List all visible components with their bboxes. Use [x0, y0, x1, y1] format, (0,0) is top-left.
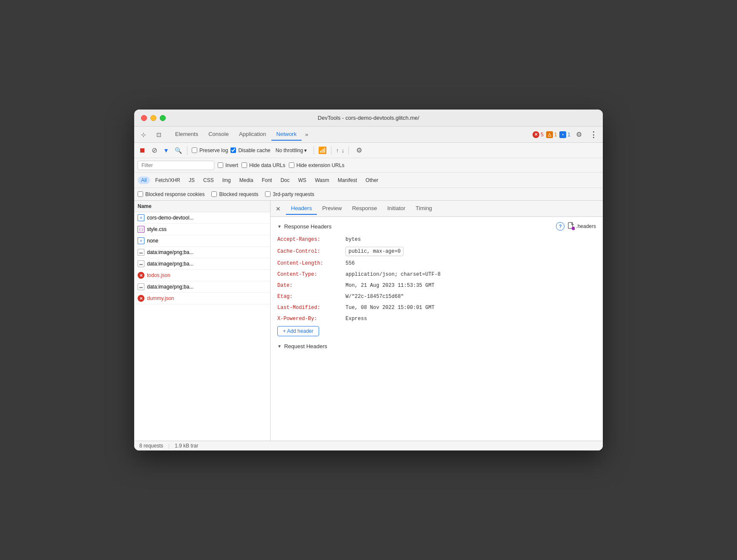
header-value-boxed: public, max-age=0: [345, 247, 403, 256]
stop-recording-icon[interactable]: ⏹: [138, 146, 147, 155]
filter-type-wasm[interactable]: Wasm: [311, 176, 333, 184]
filter-row: Invert Hide data URLs Hide extension URL…: [134, 158, 603, 173]
export-har-icon[interactable]: ↓: [341, 147, 344, 154]
list-item[interactable]: ≡ cors-demo-devtool...: [134, 212, 270, 224]
tab-network[interactable]: Network: [271, 128, 302, 141]
traffic-lights: [141, 115, 166, 121]
detail-tab-headers[interactable]: Headers: [286, 202, 317, 215]
close-detail-icon[interactable]: ✕: [274, 205, 282, 213]
invert-checkbox[interactable]: Invert: [218, 162, 238, 168]
request-list: Name ≡ cors-demo-devtool... { } style.cs…: [134, 201, 271, 441]
invert-input[interactable]: [218, 162, 223, 168]
third-party-requests-input[interactable]: [265, 191, 271, 197]
response-headers-toggle[interactable]: ▼ Response Headers: [277, 223, 331, 230]
list-item[interactable]: ▬ data:image/png;ba...: [134, 247, 270, 258]
filter-type-all[interactable]: All: [138, 176, 150, 184]
detail-tabs: ✕ Headers Preview Response Initiator Tim…: [271, 201, 603, 217]
filter-icon[interactable]: ▼: [161, 146, 171, 155]
disable-cache-checkbox[interactable]: Disable cache: [230, 147, 270, 153]
window-title: DevTools - cors-demo-devtools.glitch.me/: [318, 115, 419, 121]
list-item[interactable]: ✕ dummy.json: [134, 293, 270, 304]
third-party-requests-label: 3rd-party requests: [273, 191, 314, 197]
request-name: none: [147, 238, 158, 244]
throttling-dropdown[interactable]: No throttling ▾: [273, 147, 310, 154]
import-har-icon[interactable]: ↑: [336, 147, 339, 154]
clear-icon[interactable]: ⊘: [150, 146, 159, 155]
preserve-log-checkbox[interactable]: Preserve log: [192, 147, 228, 153]
tab-elements[interactable]: Elements: [170, 128, 203, 141]
status-bar: 8 requests | 1.9 kB trar: [134, 441, 603, 450]
filter-type-manifest[interactable]: Manifest: [334, 176, 360, 184]
blocked-requests-input[interactable]: [211, 191, 217, 197]
hide-ext-urls-input[interactable]: [289, 162, 294, 168]
error-icon: ✕: [138, 295, 144, 302]
list-item[interactable]: ▬ data:image/png;ba...: [134, 258, 270, 270]
list-item[interactable]: ✕ todos.json: [134, 270, 270, 281]
chevron-down-icon: ▼: [277, 344, 282, 349]
filter-type-img[interactable]: Img: [219, 176, 234, 184]
status-separator: |: [168, 443, 170, 449]
request-name: style.css: [147, 226, 167, 232]
more-options-icon[interactable]: ⋮: [587, 129, 599, 141]
invert-label: Invert: [225, 162, 238, 168]
list-item[interactable]: ▬ data:image/png;ba...: [134, 281, 270, 293]
detail-tab-timing[interactable]: Timing: [411, 202, 438, 215]
header-name: Cache-Control:: [277, 248, 345, 255]
filter-input[interactable]: [138, 161, 214, 170]
blocked-response-cookies-checkbox[interactable]: Blocked response cookies: [138, 191, 204, 197]
disable-cache-label: Disable cache: [238, 147, 270, 153]
filter-type-js[interactable]: JS: [185, 176, 198, 184]
tab-application[interactable]: Application: [234, 128, 271, 141]
header-name: Last-Modified:: [277, 304, 345, 312]
network-settings-icon[interactable]: ⚙: [353, 144, 365, 156]
doc-icon: ≡: [138, 214, 144, 221]
hide-data-urls-checkbox[interactable]: Hide data URLs: [242, 162, 285, 168]
header-name: Accept-Ranges:: [277, 236, 345, 243]
filter-type-media[interactable]: Media: [236, 176, 257, 184]
filter-type-font[interactable]: Font: [258, 176, 275, 184]
network-conditions-icon[interactable]: 📶: [318, 146, 327, 154]
search-icon[interactable]: 🔍: [173, 146, 183, 155]
hide-data-urls-input[interactable]: [242, 162, 247, 168]
blocked-options-row: Blocked response cookies Blocked request…: [134, 188, 603, 201]
filter-type-other[interactable]: Other: [362, 176, 382, 184]
svg-point-1: [572, 227, 575, 230]
main-content: Name ≡ cors-demo-devtool... { } style.cs…: [134, 201, 603, 441]
hide-ext-urls-checkbox[interactable]: Hide extension URLs: [289, 162, 345, 168]
device-toolbar-icon[interactable]: ⊡: [153, 129, 165, 141]
blocked-response-cookies-input[interactable]: [138, 191, 143, 197]
response-headers-title: Response Headers: [284, 223, 331, 230]
filter-type-doc[interactable]: Doc: [277, 176, 293, 184]
request-list-header: Name: [134, 201, 270, 212]
filter-type-fetch-xhr[interactable]: Fetch/XHR: [152, 176, 184, 184]
list-item[interactable]: ≡ none: [134, 235, 270, 247]
add-header-button[interactable]: + Add header: [277, 326, 319, 336]
minimize-button[interactable]: [150, 115, 156, 121]
preserve-log-label: Preserve log: [199, 147, 228, 153]
title-bar: DevTools - cors-demo-devtools.glitch.me/: [134, 110, 603, 127]
detail-tab-preview[interactable]: Preview: [317, 202, 347, 215]
css-icon: { }: [138, 226, 144, 233]
request-name: todos.json: [147, 272, 170, 278]
inspect-element-icon[interactable]: ⊹: [138, 129, 150, 141]
error-icon: ✕: [533, 131, 539, 138]
settings-icon[interactable]: ⚙: [573, 129, 585, 141]
header-name: X-Powered-By:: [277, 315, 345, 323]
detail-tab-response[interactable]: Response: [347, 202, 382, 215]
help-icon[interactable]: ?: [556, 222, 564, 231]
filter-type-ws[interactable]: WS: [295, 176, 310, 184]
disable-cache-input[interactable]: [230, 147, 236, 153]
warning-count: 1: [554, 132, 557, 138]
third-party-requests-checkbox[interactable]: 3rd-party requests: [265, 191, 314, 197]
blocked-requests-checkbox[interactable]: Blocked requests: [211, 191, 258, 197]
request-headers-toggle[interactable]: ▼ Request Headers: [277, 343, 327, 349]
preserve-log-input[interactable]: [192, 147, 197, 153]
tab-console[interactable]: Console: [203, 128, 234, 141]
tab-more[interactable]: »: [302, 130, 311, 139]
filter-type-css[interactable]: CSS: [200, 176, 217, 184]
list-item[interactable]: { } style.css: [134, 224, 270, 235]
detail-tab-initiator[interactable]: Initiator: [382, 202, 411, 215]
close-button[interactable]: [141, 115, 147, 121]
maximize-button[interactable]: [160, 115, 166, 121]
headers-file-link[interactable]: .headers: [568, 222, 596, 231]
